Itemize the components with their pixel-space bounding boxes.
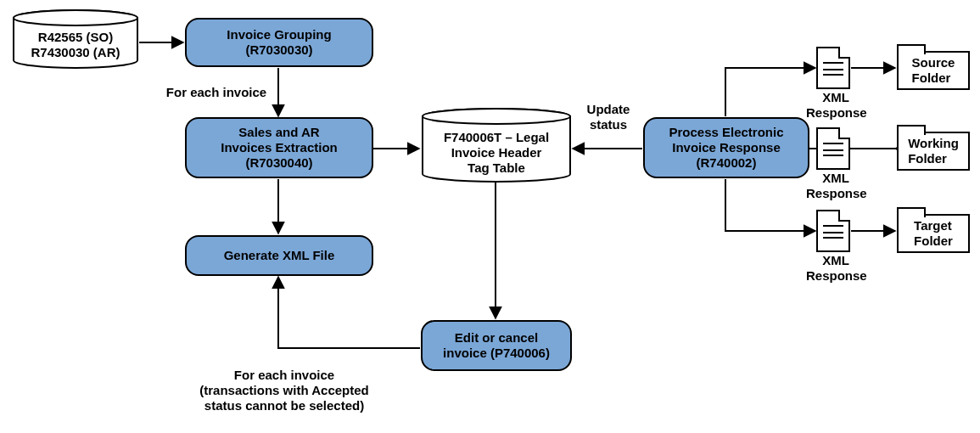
db-start-line1: R42565 (SO) (38, 30, 113, 44)
invoice-grouping-line2: (R7030030) (245, 42, 312, 57)
label-update-status: Update status (579, 102, 638, 132)
working-folder-line2: Folder (908, 151, 947, 166)
source-folder-line1: Source (912, 55, 955, 70)
doc-xml-response-2 (816, 127, 850, 170)
box-invoice-grouping: Invoice Grouping (R7030030) (185, 18, 373, 67)
generate-xml-line1: Generate XML File (224, 248, 335, 263)
edit-cancel-line1: Edit or cancel (455, 330, 538, 345)
tag-table-line3: Tag Table (468, 160, 525, 175)
source-folder-line2: Folder (912, 70, 951, 85)
sales-ar-line3: (R7030040) (245, 155, 312, 170)
box-generate-xml: Generate XML File (185, 235, 373, 276)
invoice-grouping-line1: Invoice Grouping (227, 27, 331, 42)
sales-ar-line2: Invoices Extraction (221, 140, 338, 155)
doc-xml-response-1 (816, 47, 850, 89)
tag-table-line2: Invoice Header (451, 145, 542, 160)
sales-ar-line1: Sales and AR (238, 125, 319, 139)
label-xml-response-2: XML Response (806, 171, 865, 201)
process-resp-line1: Process Electronic (669, 125, 783, 139)
box-process-response: Process Electronic Invoice Response (R74… (643, 117, 809, 178)
target-folder-line1: Target (914, 218, 952, 233)
svg-point-14 (423, 109, 570, 124)
working-folder-line1: Working (908, 136, 959, 150)
label-for-each-accepted: For each invoice (transactions with Acce… (187, 368, 382, 413)
process-resp-line3: (R740002) (697, 155, 757, 170)
edit-cancel-line2: invoice (P740006) (443, 346, 550, 360)
db-tag-table: F740006T – Legal Invoice Header Tag Tabl… (421, 110, 572, 182)
tag-table-line1: F740006T – Legal (444, 130, 549, 144)
folder-source: Source Folder (897, 51, 970, 90)
folder-target: Target Folder (897, 214, 970, 253)
db-start-line2: R7430030 (AR) (31, 45, 120, 59)
box-edit-cancel: Edit or cancel invoice (P740006) (421, 320, 572, 371)
doc-xml-response-3 (816, 210, 850, 252)
label-for-each-invoice: For each invoice (161, 85, 272, 100)
process-resp-line2: Invoice Response (672, 140, 781, 155)
svg-point-12 (14, 10, 137, 25)
label-xml-response-3: XML Response (806, 253, 865, 284)
folder-working: Working Folder (897, 132, 970, 171)
target-folder-line2: Folder (914, 233, 953, 248)
db-start: R42565 (SO) R7430030 (AR) (12, 12, 139, 68)
label-xml-response-1: XML Response (806, 90, 865, 121)
box-sales-ar-extraction: Sales and AR Invoices Extraction (R70300… (185, 117, 373, 178)
